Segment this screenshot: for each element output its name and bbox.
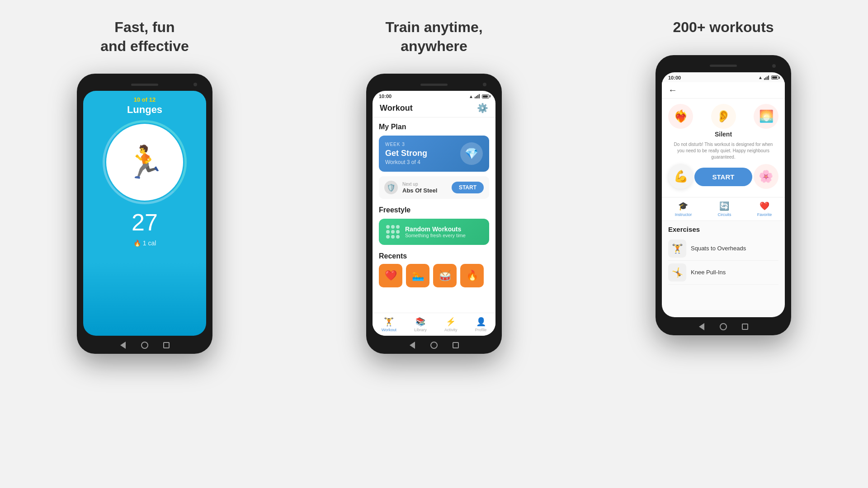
nav-workout[interactable]: 🏋️ Workout <box>382 317 396 332</box>
phone-1-screen: 10 of 12 Lunges 🏃 27 🔥 1 cal <box>83 91 206 336</box>
workout-detail-card: ❤️‍🔥 👂 Silent 🌅 Do not disturb! This wor… <box>662 99 785 197</box>
back-btn-2[interactable] <box>408 341 416 349</box>
phone-1-notch <box>83 80 206 89</box>
phone-2-bottom <box>373 338 495 352</box>
recent-item-1[interactable]: ❤️ <box>379 264 402 287</box>
ear-icon: 👂 <box>711 104 736 129</box>
gear-icon[interactable]: ⚙️ <box>477 103 488 113</box>
phone-1-camera <box>193 83 197 86</box>
next-up-icon: 🛡️ <box>384 181 398 194</box>
freestyle-label: Freestyle <box>379 206 489 214</box>
battery-icon <box>482 94 489 99</box>
heart-workout-icon[interactable]: ❤️‍🔥 <box>668 104 693 129</box>
next-up-card[interactable]: 🛡️ Next up Abs Of Steel START <box>379 176 489 199</box>
workout-description: Do not disturb! This workout is designed… <box>668 141 778 160</box>
tab-circuits[interactable]: 🔄 Circuits <box>717 201 731 217</box>
phone-3-speaker <box>710 65 737 67</box>
calories-value: 1 cal <box>143 239 156 247</box>
dot-3 <box>396 225 400 229</box>
recent-btn-3[interactable] <box>741 323 749 331</box>
exercise-circle: 🏃 <box>106 124 183 201</box>
signal-bar-3 <box>477 95 478 99</box>
exercise-title: Lunges <box>92 104 197 116</box>
screen3-tabs: 🎓 Instructor 🔄 Circuits ❤️ Favorite <box>662 197 785 221</box>
start-large-button[interactable]: START <box>694 168 753 186</box>
phone-2-speaker <box>420 84 448 86</box>
back-btn-3[interactable] <box>698 323 706 331</box>
profile-nav-icon: 👤 <box>476 317 486 327</box>
recents-row: ❤️ 🏊 🥁 🔥 <box>379 264 489 287</box>
lotus-icon[interactable]: 🌸 <box>754 164 778 189</box>
screen3-header: ← <box>662 82 785 99</box>
panel-3-title: 200+ workouts <box>673 18 774 37</box>
screen2-title: Workout <box>380 103 413 113</box>
workout-nav-icon: 🏋️ <box>384 317 394 327</box>
recent-item-4[interactable]: 🔥 <box>460 264 484 287</box>
activity-nav-icon: ⚡ <box>446 317 456 327</box>
wifi-icon: ▲ <box>469 94 473 99</box>
favorite-tab-icon: ❤️ <box>760 201 769 211</box>
recent-button[interactable] <box>162 341 170 349</box>
bottom-nav-2: 🏋️ Workout 📚 Library ⚡ Activity 👤 Profil… <box>373 313 495 336</box>
phone-1: 10 of 12 Lunges 🏃 27 🔥 1 cal <box>77 74 212 354</box>
battery-icon-3 <box>771 75 778 80</box>
timer-display: 27 <box>132 209 158 236</box>
library-nav-label: Library <box>414 328 427 332</box>
freestyle-card[interactable]: Random Workouts Something fresh every ti… <box>379 219 489 245</box>
exercise-item-1[interactable]: 🏋️ Squats to Overheads <box>668 237 778 261</box>
status-bar-3: 10:00 ▲ <box>662 72 785 82</box>
exercises-section: Exercises 🏋️ Squats to Overheads 🤸 Knee … <box>662 221 785 289</box>
progress-ring <box>103 120 187 204</box>
phone-3-notch <box>662 61 785 70</box>
back-button[interactable] <box>119 341 127 349</box>
dot-8 <box>391 235 395 239</box>
status-bar-2: 10:00 ▲ <box>373 91 495 101</box>
rep-counter: 10 of 12 <box>92 96 197 103</box>
home-button[interactable] <box>141 341 149 349</box>
home-btn-3[interactable] <box>719 323 727 331</box>
sig-b3 <box>767 76 768 80</box>
freestyle-dots-icon <box>386 225 400 239</box>
phone-3-bottom <box>662 320 785 333</box>
signal-bar-1 <box>475 97 476 99</box>
dot-6 <box>396 230 400 234</box>
sun-workout-icon[interactable]: 🌅 <box>754 104 778 129</box>
circuits-tab-icon: 🔄 <box>719 201 729 211</box>
next-up-name: Abs Of Steel <box>402 187 447 194</box>
rep-count-value: 10 of 12 <box>134 96 156 103</box>
recent-btn-2[interactable] <box>452 341 460 349</box>
tab-instructor[interactable]: 🎓 Instructor <box>675 201 692 217</box>
exercise-item-2[interactable]: 🤸 Knee Pull-Ins <box>668 261 778 285</box>
screen2-header: Workout ⚙️ <box>373 101 495 117</box>
time-display-2: 10:00 <box>379 94 392 99</box>
phone-2: 10:00 ▲ Workout ⚙️ <box>366 74 502 354</box>
workout-nav-label: Workout <box>382 328 396 332</box>
status-icons-2: ▲ <box>469 94 489 99</box>
plan-card[interactable]: WEEK 3 Get Strong Workout 3 of 4 💎 <box>379 136 489 172</box>
nav-library[interactable]: 📚 Library <box>414 317 427 332</box>
home-btn-2[interactable] <box>430 341 438 349</box>
favorite-tab-label: Favorite <box>757 212 772 217</box>
back-arrow-icon[interactable]: ← <box>668 85 677 95</box>
icons-bottom-row: 💪 START 🌸 <box>668 164 778 190</box>
phone-3: 10:00 ▲ ← <box>656 55 791 335</box>
sig-b1 <box>764 78 765 80</box>
plan-badge-icon: 💎 <box>460 142 483 165</box>
workout-title: Silent <box>715 131 732 138</box>
recents-label: Recents <box>379 252 489 260</box>
plan-week: WEEK 3 <box>385 142 427 147</box>
panel-1: Fast, fun and effective 10 of 12 Lunges … <box>0 0 289 488</box>
nav-profile[interactable]: 👤 Profile <box>475 317 487 332</box>
tab-favorite[interactable]: ❤️ Favorite <box>757 201 772 217</box>
signal-bar-4 <box>479 94 480 99</box>
phone-1-bottom <box>83 338 206 352</box>
exercise-name-2: Knee Pull-Ins <box>691 269 726 276</box>
muscle-icon[interactable]: 💪 <box>668 164 693 189</box>
nav-activity[interactable]: ⚡ Activity <box>444 317 458 332</box>
recent-item-3[interactable]: 🥁 <box>433 264 457 287</box>
recent-item-2[interactable]: 🏊 <box>406 264 429 287</box>
phone-2-camera <box>483 83 486 86</box>
start-button[interactable]: START <box>452 182 484 193</box>
dot-5 <box>391 230 395 234</box>
silent-center: 👂 Silent <box>693 104 754 138</box>
